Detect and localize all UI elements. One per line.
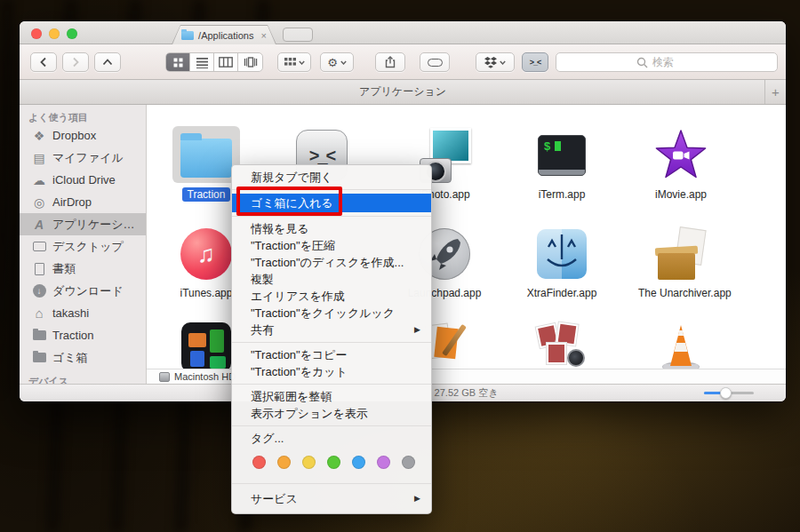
app-tile-iterm[interactable]: $ iTerm.app [513, 128, 611, 202]
sidebar-item-my-files[interactable]: マイファイル [20, 147, 146, 169]
sidebar-item-dropbox[interactable]: Dropbox [20, 124, 146, 147]
documents-icon [32, 263, 46, 275]
itunes-icon [178, 226, 235, 283]
grid-view-icon [172, 57, 184, 68]
sidebar-item-icloud-drive[interactable]: iCloud Drive [20, 169, 146, 191]
arrange-icon [284, 58, 296, 67]
action-menu-button[interactable]: ⚙ [320, 52, 354, 72]
tab-applications[interactable]: /Applications × [172, 25, 276, 44]
sidebar-item-desktop[interactable]: デスクトップ [20, 235, 146, 258]
menu-item-open-new-tab[interactable]: 新規タブで開く [232, 169, 431, 186]
coverflow-view-icon [244, 57, 258, 67]
menu-item-compress[interactable]: "Traction"を圧縮 [232, 237, 431, 254]
submenu-arrow-icon: ▶ [414, 322, 420, 338]
back-button[interactable] [30, 52, 57, 72]
slider-thumb[interactable] [720, 387, 732, 399]
tag-color-dot[interactable] [402, 456, 415, 469]
tag-color-dot[interactable] [277, 456, 291, 469]
sidebar-item-airdrop[interactable]: AirDrop [20, 191, 146, 213]
menu-item-burn-disk[interactable]: "Traction"のディスクを作成... [232, 254, 431, 271]
forward-button[interactable] [62, 52, 89, 72]
unarchiver-box-icon [652, 226, 709, 283]
sidebar-section-devices-partial: デバイス [28, 375, 68, 384]
sidebar-item-home[interactable]: takashi [20, 302, 146, 324]
dropbox-menu-button[interactable] [476, 52, 515, 72]
menu-item-services[interactable]: サービス ▶ [232, 490, 431, 507]
app-tile-unarchiver[interactable]: The Unarchiver.app [632, 226, 730, 300]
tag-color-dot[interactable] [377, 456, 390, 469]
zoom-window-button[interactable] [67, 28, 77, 39]
search-field[interactable] [556, 52, 778, 72]
tag-color-dots [232, 447, 431, 477]
current-folder-title: アプリケーション [359, 84, 446, 99]
my-files-icon [32, 151, 46, 165]
app-tile-xtrafinder[interactable]: XtraFinder.app [513, 226, 611, 300]
column-view-icon [219, 57, 233, 67]
dropbox-icon [484, 57, 497, 68]
menu-item-clean-up-selection[interactable]: 選択範囲を整頓 [232, 388, 431, 405]
menu-item-share[interactable]: 共有 ▶ [232, 322, 431, 338]
sidebar-item-traction[interactable]: Traction [20, 324, 146, 346]
add-tab-button[interactable]: + [764, 80, 786, 104]
minimize-window-button[interactable] [49, 28, 60, 39]
close-window-button[interactable] [31, 28, 42, 39]
tab-close-icon[interactable]: × [260, 31, 266, 40]
iterm-toolbar-button[interactable]: >_< [522, 52, 548, 72]
column-view-button[interactable] [214, 53, 238, 71]
sidebar-item-documents[interactable]: 書類 [20, 258, 146, 280]
tag-icon [428, 59, 443, 67]
sidebar-item-trash[interactable]: ゴミ箱 [20, 346, 146, 369]
folder-icon [181, 31, 194, 40]
chevron-down-icon [500, 60, 506, 65]
menu-item-tags[interactable]: タグ... [232, 430, 431, 447]
menu-item-get-info[interactable]: 情報を見る [232, 220, 431, 237]
view-switcher [165, 52, 263, 72]
arrange-menu-button[interactable] [277, 52, 311, 72]
path-disk-name: Macintosh HD [174, 371, 236, 382]
menu-separator [232, 216, 431, 217]
app-tile-imovie[interactable]: iMovie.app [632, 128, 730, 202]
menu-item-cut[interactable]: "Traction"をカット [232, 363, 431, 380]
menu-item-make-alias[interactable]: エイリアスを作成 [232, 288, 431, 305]
icon-view-button[interactable] [166, 53, 190, 71]
new-tab-stub[interactable] [283, 28, 313, 42]
menu-separator [232, 189, 431, 190]
toolbar: ⚙ [20, 44, 786, 80]
xtrafinder-icon [533, 226, 590, 283]
path-header-bar: アプリケーション + [20, 80, 786, 105]
chevron-right-icon [71, 57, 80, 67]
list-view-icon [196, 57, 208, 68]
icon-size-slider[interactable] [704, 392, 754, 394]
iterm-terminal-icon: $ [533, 128, 590, 185]
gear-icon: ⚙ [327, 57, 338, 68]
share-button[interactable] [375, 52, 405, 72]
menu-item-show-view-options[interactable]: 表示オプションを表示 [232, 405, 431, 422]
search-input[interactable] [652, 56, 697, 68]
menu-item-duplicate[interactable]: 複製 [232, 271, 431, 288]
menu-item-quick-look[interactable]: "Traction"をクイックルック [232, 305, 431, 322]
menu-separator [232, 483, 431, 484]
menu-separator [232, 342, 431, 343]
tag-color-dot[interactable] [252, 456, 266, 469]
menu-item-copy[interactable]: "Traction"をコピー [232, 346, 431, 363]
tag-color-dot[interactable] [327, 456, 340, 469]
disk-icon [159, 372, 170, 382]
sidebar-item-downloads[interactable]: ↓ ダウンロード [20, 280, 146, 302]
folder-icon [32, 330, 46, 340]
sidebar-item-applications[interactable]: アプリケーシ… [20, 213, 146, 235]
home-icon [32, 306, 46, 321]
search-icon [636, 57, 648, 68]
menu-separator [232, 384, 431, 385]
chevron-down-icon [299, 60, 305, 65]
coverflow-view-button[interactable] [238, 53, 262, 71]
tag-color-dot[interactable] [352, 456, 365, 469]
menu-separator [232, 425, 431, 426]
dropbox-icon [32, 129, 46, 143]
menu-item-move-to-trash[interactable]: ゴミ箱に入れる [232, 194, 431, 212]
tag-button[interactable] [420, 52, 450, 72]
icloud-icon [32, 173, 46, 187]
folder-icon [32, 353, 46, 362]
list-view-button[interactable] [190, 53, 214, 71]
up-button[interactable] [94, 52, 121, 72]
tag-color-dot[interactable] [302, 456, 316, 469]
